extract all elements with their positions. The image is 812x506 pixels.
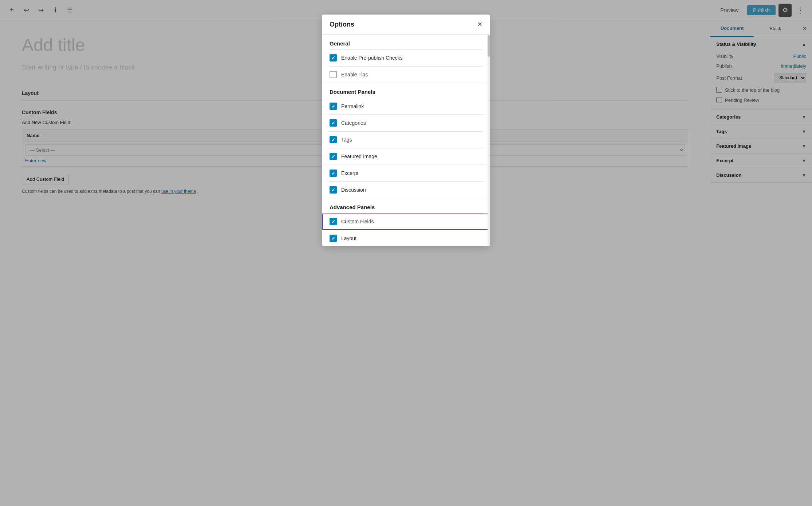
excerpt-label: Excerpt — [341, 170, 358, 176]
layout-checkbox[interactable]: ✓ — [330, 235, 337, 242]
permalink-checkbox[interactable]: ✓ — [330, 103, 337, 110]
option-permalink: ✓ Permalink — [322, 98, 490, 115]
modal-title: Options — [330, 21, 354, 28]
layout-label: Layout — [341, 235, 356, 241]
categories-label: Categories — [341, 120, 366, 126]
permalink-label: Permalink — [341, 103, 364, 109]
general-section-title: General — [322, 35, 490, 49]
option-categories: ✓ Categories — [322, 115, 490, 131]
excerpt-checkbox[interactable]: ✓ — [330, 170, 337, 177]
tips-label: Enable Tips — [341, 72, 368, 77]
option-layout: ✓ Layout — [322, 230, 490, 246]
featured-image-checkbox[interactable]: ✓ — [330, 153, 337, 160]
option-tags: ✓ Tags — [322, 132, 490, 148]
pre-publish-label: Enable Pre-publish Checks — [341, 55, 403, 61]
modal-scrollbar — [488, 35, 490, 246]
modal-close-button[interactable]: ✕ — [477, 20, 482, 28]
categories-checkbox[interactable]: ✓ — [330, 119, 337, 127]
tags-label: Tags — [341, 137, 352, 143]
option-excerpt: ✓ Excerpt — [322, 165, 490, 182]
modal-header: Options ✕ — [322, 15, 490, 35]
tips-checkbox[interactable] — [330, 71, 337, 78]
option-tips: Enable Tips — [322, 67, 490, 83]
advanced-panels-title: Advanced Panels — [322, 198, 490, 213]
tags-checkbox[interactable]: ✓ — [330, 136, 337, 143]
option-featured-image: ✓ Featured Image — [322, 148, 490, 165]
modal-body: General ✓ Enable Pre-publish Checks Enab… — [322, 35, 490, 246]
discussion-checkbox[interactable]: ✓ — [330, 186, 337, 194]
option-pre-publish: ✓ Enable Pre-publish Checks — [322, 50, 490, 66]
document-panels-title: Document Panels — [322, 83, 490, 98]
option-discussion: ✓ Discussion — [322, 182, 490, 198]
custom-fields-checkbox[interactable]: ✓ — [330, 218, 337, 225]
featured-image-label: Featured Image — [341, 154, 377, 159]
custom-fields-label: Custom Fields — [341, 219, 374, 224]
pre-publish-checkbox[interactable]: ✓ — [330, 54, 337, 61]
options-modal: Options ✕ General ✓ Enable Pre-publish C… — [322, 15, 490, 246]
option-custom-fields: ✓ Custom Fields — [322, 214, 490, 230]
modal-overlay[interactable]: Options ✕ General ✓ Enable Pre-publish C… — [0, 0, 812, 506]
discussion-label: Discussion — [341, 187, 366, 193]
modal-scrollbar-thumb — [488, 35, 490, 57]
